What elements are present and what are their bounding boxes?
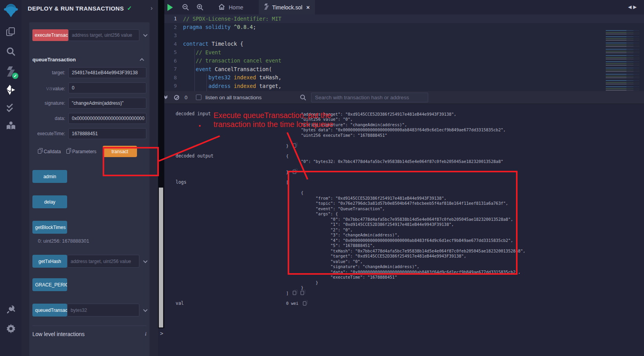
terminal-line[interactable]	[286, 164, 644, 170]
solidity-compiler-icon[interactable]: ✓	[0, 66, 21, 77]
terminal-line[interactable]: "5": "1678888451",	[286, 243, 644, 249]
scrollbar-thumb[interactable]	[159, 188, 163, 327]
panel-collapse-icon[interactable]: ›	[151, 5, 153, 12]
terminal-line[interactable]: 0 wei	[286, 301, 644, 306]
remix-logo-icon[interactable]	[0, 2, 21, 18]
code-line[interactable]: 8 bytes32 indexed txHash,	[164, 73, 644, 82]
terminal-line[interactable]: }	[286, 169, 644, 175]
value-input[interactable]: 0	[68, 82, 146, 93]
deploy-run-icon[interactable]	[0, 84, 21, 96]
code-line[interactable]: 9 address indexed target,	[164, 82, 644, 90]
signature-input[interactable]: "changeAdmin(address)"	[68, 98, 146, 109]
tab-home[interactable]: Home	[213, 0, 249, 14]
horizontal-resize-icon[interactable]: ◄►	[627, 4, 637, 10]
execute-time-input[interactable]: 1678888451	[68, 128, 146, 139]
terminal-output[interactable]: decoded input "address target": "0xd9145…	[158, 104, 644, 356]
code-line[interactable]: 6 // transaction cancel event	[164, 57, 644, 65]
terminal-line[interactable]: }	[286, 285, 644, 291]
terminal-line[interactable]: ]	[286, 290, 644, 296]
data-input[interactable]: 0x00000000000000000000000000	[68, 113, 146, 124]
terminal-line[interactable]: "3": "changeAdmin(address)",	[286, 233, 644, 238]
terminal-line[interactable]: "0": "bytes32: 0x7bbc4778d4afa5bc7e95838…	[286, 159, 644, 164]
zoom-in-icon[interactable]	[196, 4, 204, 11]
grace-period-button[interactable]: GRACE_PERIOD	[32, 278, 67, 291]
terminal-line[interactable]: "bytes data": "0x00000000000000000000000…	[286, 127, 644, 133]
learneth-icon[interactable]	[0, 120, 21, 131]
terminal-line[interactable]: "txHash": "0x7bbc4778d4afa5bc7e95838b14d…	[286, 248, 644, 254]
get-tx-hash-button[interactable]: getTxHash	[32, 255, 67, 268]
info-icon[interactable]: i	[145, 331, 146, 337]
collapse-section-icon[interactable]	[140, 58, 144, 63]
copy-icon[interactable]	[303, 301, 306, 305]
unit-testing-icon[interactable]	[0, 103, 21, 113]
run-script-play-icon[interactable]	[167, 4, 173, 11]
code-line[interactable]: 5 // Event	[164, 48, 644, 57]
terminal-line[interactable]: "2": "0",	[286, 227, 644, 233]
clear-console-icon[interactable]	[174, 95, 179, 100]
queued-transactions-input[interactable]: bytes32	[67, 304, 139, 317]
terminal-line[interactable]: "4": "0x000000000000000000000000ab8483f6…	[286, 238, 644, 243]
chevron-down-icon[interactable]	[143, 258, 148, 263]
terminal-line[interactable]: {	[286, 190, 644, 196]
terminal-line[interactable]: "executeTime": "1678888451"	[286, 275, 644, 280]
code-line[interactable]: 7 event CancelTransaction(	[164, 65, 644, 73]
terminal-line[interactable]: "1": "0xd9145CCE52D386f254917e481eB44e99…	[286, 222, 644, 227]
terminal-line[interactable]: }	[286, 280, 644, 285]
copy-icon[interactable]	[66, 149, 70, 154]
terminal-line[interactable]: "target": "0xd9145CCE52D386f254917e481eB…	[286, 254, 644, 259]
terminal-line[interactable]: }	[286, 143, 644, 148]
terminal-line[interactable]: "0": "0x7bbc4778d4afa5bc7e95838b14d5e4e0…	[286, 216, 644, 222]
execute-transaction-input[interactable]: address target, uint256 value	[68, 29, 139, 41]
zoom-out-icon[interactable]	[182, 4, 189, 11]
calldata-copy-action[interactable]: Calldata	[38, 149, 61, 154]
terminal-line[interactable]: "value": "0",	[286, 259, 644, 264]
terminal-prompt[interactable]: >	[160, 330, 163, 336]
terminal-line[interactable]: "args": {	[286, 211, 644, 217]
expand-terminal-icon[interactable]	[164, 96, 167, 98]
editor-minimap[interactable]	[606, 30, 639, 91]
terminal-line[interactable]: "string signature": "changeAdmin(address…	[286, 122, 644, 127]
copy-icon[interactable]	[293, 144, 297, 148]
terminal-line[interactable]: "from": "0xd9145CCE52D386f254917e481eB44…	[286, 195, 644, 201]
parameters-copy-action[interactable]: Parameters	[66, 149, 96, 154]
terminal-line[interactable]: "uint256 value": "0",	[286, 117, 644, 122]
get-tx-hash-input[interactable]: address target, uint256 value	[67, 255, 139, 268]
delay-button[interactable]: delay	[32, 195, 67, 208]
terminal-line[interactable]	[286, 138, 644, 143]
terminal-line[interactable]: "signature": "changeAdmin(address)",	[286, 264, 644, 270]
code-line[interactable]: 2pragma solidity ^0.8.4;	[164, 23, 644, 32]
target-input[interactable]: 254917e481eB44e9943F39138	[68, 67, 146, 78]
file-explorer-icon[interactable]	[0, 27, 21, 37]
terminal-line[interactable]: "event": "QueueTransaction",	[286, 206, 644, 211]
get-block-time-button[interactable]: getBlockTimes	[32, 221, 67, 234]
close-tab-icon[interactable]: ×	[306, 4, 310, 11]
code-line[interactable]: 1// SPDX-License-Identifier: MIT	[164, 14, 644, 23]
transact-button[interactable]: transact	[103, 146, 137, 157]
copy-icon[interactable]	[301, 291, 304, 295]
queued-transactions-button[interactable]: queuedTransac	[32, 304, 67, 317]
tab-timelock-sol[interactable]: Timelock.sol ×	[259, 0, 315, 14]
terminal-line[interactable]	[286, 185, 644, 190]
code-line[interactable]: 4contract Timelock {	[164, 40, 644, 48]
plugin-manager-icon[interactable]	[0, 304, 21, 314]
terminal-line[interactable]: "address target": "0xd9145CCE52D386f2549…	[286, 111, 644, 117]
listen-all-checkbox[interactable]	[196, 95, 201, 100]
copy-icon[interactable]	[293, 170, 297, 174]
panel-resize-gutter[interactable]	[158, 0, 164, 328]
terminal-line[interactable]: {	[286, 154, 644, 159]
copy-icon[interactable]	[293, 291, 297, 295]
chevron-down-icon[interactable]	[143, 307, 148, 311]
chevron-down-icon[interactable]	[143, 32, 148, 37]
terminal-line[interactable]: "topic": "0x76e2796dc3a81d57b0e8504b647f…	[286, 201, 644, 206]
code-line[interactable]: 3	[164, 31, 644, 40]
terminal-line[interactable]: "uint256 executeTime": "1678888451"	[286, 132, 644, 138]
admin-button[interactable]: admin	[32, 170, 67, 183]
terminal-search-input[interactable]: Search with transaction hash or address	[311, 93, 428, 102]
terminal-line[interactable]: "data": "0x000000000000000000000000ab848…	[286, 269, 644, 275]
execute-transaction-button[interactable]: executeTransac	[32, 29, 68, 41]
code-editor[interactable]: 1// SPDX-License-Identifier: MIT2pragma …	[164, 14, 644, 91]
settings-gear-icon[interactable]	[0, 324, 21, 334]
copy-icon[interactable]	[38, 149, 41, 154]
search-icon[interactable]	[0, 47, 21, 57]
terminal-line[interactable]: [	[286, 180, 644, 185]
